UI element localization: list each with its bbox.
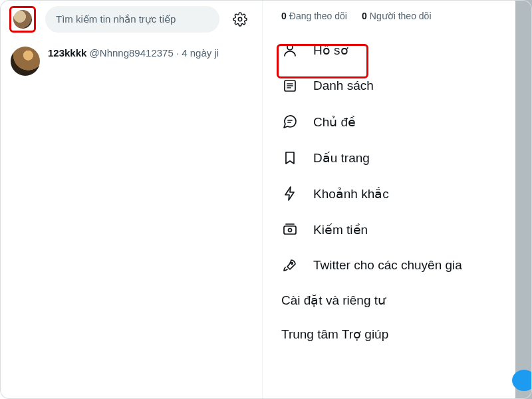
menu-professionals-label: Twitter cho các chuyên gia [313,258,462,273]
menu-help-label: Trung tâm Trợ giúp [281,327,388,342]
account-drawer: 0Đang theo dõi 0Người theo dõi Hồ sơ Dan… [263,0,515,399]
drawer-menu: Hồ sơ Danh sách Chủ đề Dấu trang Khoảnh [263,28,515,351]
conversation-handle: @Nhnng89412375 [90,47,174,59]
svg-point-10 [291,263,293,265]
svg-rect-8 [284,226,296,234]
conversation-time: · 4 ngày ji [174,47,219,59]
menu-moments[interactable]: Khoảnh khắc [263,176,515,211]
background-gutter [515,0,532,399]
money-icon [281,221,299,238]
person-icon [281,41,299,59]
follow-stats: 0Đang theo dõi 0Người theo dõi [263,0,515,28]
dm-header: Tìm kiếm tin nhắn trực tiếp [0,0,262,39]
menu-moments-label: Khoảnh khắc [313,186,389,201]
svg-point-9 [289,229,292,232]
menu-profile-label: Hồ sơ [313,43,348,58]
following-stat[interactable]: 0Đang theo dõi [281,11,347,21]
conversation-name: 123kkkk [48,47,86,59]
dm-search-input[interactable]: Tìm kiếm tin nhắn trực tiếp [45,6,219,33]
menu-professionals[interactable]: Twitter cho các chuyên gia [263,247,515,283]
menu-profile[interactable]: Hồ sơ [263,32,515,68]
conversation-row[interactable]: 123kkkk @Nhnng89412375 · 4 ngày ji [0,39,262,84]
followers-stat[interactable]: 0Người theo dõi [362,11,432,21]
bookmark-icon [281,149,299,166]
followers-count: 0 [362,11,370,21]
dm-settings-button[interactable] [229,8,251,31]
menu-monetize[interactable]: Kiếm tiền [263,211,515,247]
following-label: Đang theo dõi [289,11,347,21]
topic-icon [281,113,299,130]
followers-label: Người theo dõi [370,11,432,21]
svg-point-0 [238,17,242,21]
menu-topics-label: Chủ đề [313,114,356,130]
lightning-icon [281,185,299,202]
dm-panel: Tìm kiếm tin nhắn trực tiếp 123kkkk @Nhn… [0,0,263,399]
menu-bookmarks[interactable]: Dấu trang [263,140,515,176]
menu-monetize-label: Kiếm tiền [313,222,368,237]
menu-settings[interactable]: Cài đặt và riêng tư [263,283,515,317]
gear-icon [233,12,247,27]
following-count: 0 [281,11,289,21]
menu-lists-label: Danh sách [313,78,374,93]
menu-bookmarks-label: Dấu trang [313,150,370,166]
conversation-meta: 123kkkk @Nhnng89412375 · 4 ngày ji [48,47,251,76]
menu-lists[interactable]: Danh sách [263,68,515,104]
rocket-icon [281,257,299,274]
svg-point-1 [287,45,293,50]
compose-fab[interactable] [512,370,532,391]
list-icon [281,77,299,94]
conversation-avatar [11,47,40,76]
menu-help[interactable]: Trung tâm Trợ giúp [263,317,515,351]
my-avatar[interactable] [13,10,32,29]
menu-topics[interactable]: Chủ đề [263,104,515,140]
avatar-highlight [9,6,36,33]
menu-settings-label: Cài đặt và riêng tư [281,293,386,308]
